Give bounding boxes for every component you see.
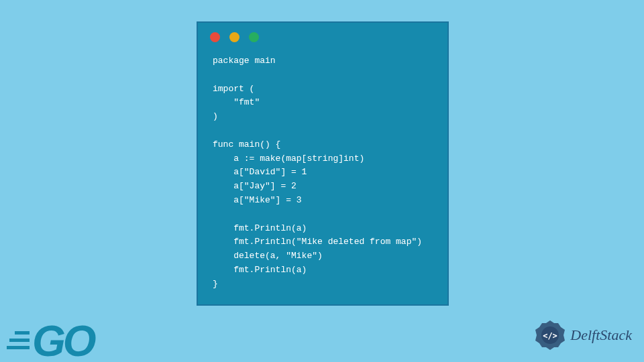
svg-text:</>: </> <box>543 331 558 341</box>
delftstack-logo-text: DelftStack <box>570 326 632 344</box>
code-content: package main import ( "fmt" ) func main(… <box>198 49 447 297</box>
delftstack-logo: </> DelftStack <box>534 319 632 351</box>
window-controls <box>198 23 447 49</box>
go-speed-lines-icon <box>5 331 30 349</box>
go-logo: GO <box>5 316 94 362</box>
delftstack-badge-icon: </> <box>534 319 566 351</box>
go-logo-text: GO <box>32 316 94 362</box>
code-window: package main import ( "fmt" ) func main(… <box>197 21 449 306</box>
minimize-icon <box>229 32 239 42</box>
maximize-icon <box>249 32 259 42</box>
close-icon <box>210 32 220 42</box>
